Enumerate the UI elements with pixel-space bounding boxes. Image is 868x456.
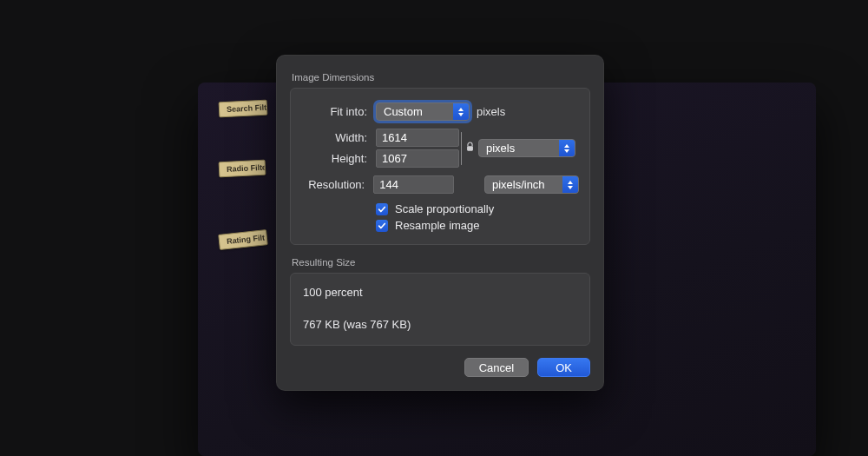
svg-rect-0 — [467, 146, 473, 151]
width-height-unit-select[interactable]: pixels — [478, 139, 575, 157]
resulting-percent: 100 percent — [301, 282, 579, 302]
background-tag-radio-filter: Radio Filte — [219, 160, 266, 178]
resample-image-label: Resample image — [395, 219, 480, 232]
lock-icon[interactable] — [465, 142, 478, 155]
scale-proportionally-checkbox[interactable] — [376, 203, 388, 215]
background-tag-search-filter: Search Filt — [219, 100, 268, 118]
resulting-size-heading: Resulting Size — [292, 257, 590, 268]
image-dimensions-dialog: Image Dimensions Fit into: Custom pixels… — [276, 55, 604, 391]
dimensions-group: Fit into: Custom pixels Width: 1614 Heig… — [290, 88, 590, 245]
cancel-button[interactable]: Cancel — [464, 358, 529, 377]
scale-proportionally-label: Scale proportionally — [395, 202, 494, 215]
resample-image-checkbox[interactable] — [376, 220, 388, 232]
fit-into-label: Fit into: — [301, 105, 376, 118]
width-input[interactable]: 1614 — [376, 129, 459, 147]
fit-into-value: Custom — [384, 105, 423, 118]
height-label: Height: — [301, 152, 376, 165]
ok-button[interactable]: OK — [537, 358, 590, 377]
resolution-input[interactable]: 144 — [373, 175, 454, 194]
check-icon — [378, 205, 386, 214]
link-bracket-icon — [461, 132, 462, 165]
image-dimensions-heading: Image Dimensions — [292, 72, 590, 83]
resolution-unit-select[interactable]: pixels/inch — [484, 175, 579, 194]
check-icon — [378, 221, 386, 230]
height-input[interactable]: 1067 — [376, 149, 459, 168]
chevron-up-down-icon — [559, 140, 575, 156]
width-label: Width: — [301, 131, 376, 144]
resolution-unit-value: pixels/inch — [492, 178, 545, 191]
resulting-filesize: 767 KB (was 767 KB) — [301, 314, 579, 334]
fit-into-select[interactable]: Custom — [376, 102, 470, 121]
chevron-up-down-icon — [453, 103, 469, 120]
fit-into-unit-label: pixels — [477, 105, 505, 118]
width-height-unit-value: pixels — [486, 142, 515, 155]
chevron-up-down-icon — [562, 176, 578, 193]
resolution-label: Resolution: — [301, 178, 373, 191]
resulting-size-group: 100 percent 767 KB (was 767 KB) — [290, 273, 590, 346]
